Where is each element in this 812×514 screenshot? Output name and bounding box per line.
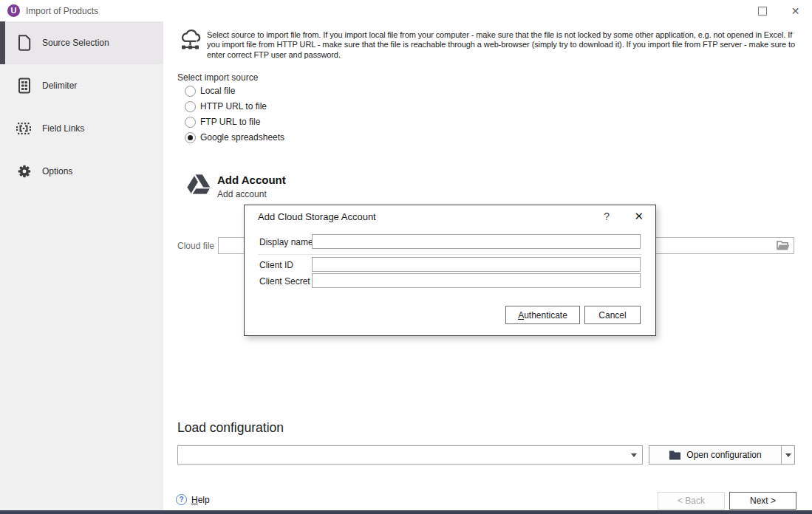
sidebar-item-label: Field Links <box>42 123 84 134</box>
client-id-row: Client ID <box>258 257 642 272</box>
open-configuration-label: Open configuration <box>686 450 761 460</box>
help-label: Help <box>191 495 210 505</box>
radio-icon <box>185 86 196 97</box>
radio-google-spreadsheets[interactable]: Google spreadsheets <box>185 131 284 143</box>
chevron-down-icon <box>785 453 791 457</box>
select-import-source-label: Select import source <box>177 72 258 83</box>
radio-icon <box>185 117 196 128</box>
cloud-network-icon <box>178 30 202 53</box>
source-info-text: Select source to import file from. If yo… <box>207 30 807 60</box>
field-links-icon <box>16 120 33 137</box>
client-secret-row: Client Secret <box>258 273 642 288</box>
radio-local-file[interactable]: Local file <box>185 85 235 97</box>
radio-label: Google spreadsheets <box>200 132 284 143</box>
add-cloud-storage-account-dialog: Add Cloud Storage Account ? ✕ Display na… <box>244 205 656 336</box>
sidebar-item-label: Options <box>42 166 72 177</box>
maximize-button[interactable] <box>746 0 779 21</box>
sidebar-item-delimiter[interactable]: Delimiter <box>0 64 163 107</box>
client-secret-label: Client Secret <box>259 276 310 287</box>
title-bar: U Import of Products ✕ <box>0 0 812 22</box>
grid-document-icon <box>16 77 33 95</box>
dialog-title: Add Cloud Storage Account <box>258 211 376 222</box>
dialog-help-button[interactable]: ? <box>604 210 610 222</box>
display-name-label: Display name <box>259 237 313 247</box>
cancel-button[interactable]: Cancel <box>584 306 641 324</box>
client-id-input[interactable] <box>312 257 641 272</box>
cloud-file-label: Cloud file <box>177 241 214 251</box>
add-account-button[interactable]: Add Account Add account <box>186 173 286 199</box>
open-configuration-main[interactable]: Open configuration <box>649 446 781 464</box>
client-secret-input[interactable] <box>312 273 641 288</box>
window-title: Import of Products <box>26 6 98 16</box>
display-name-input[interactable] <box>312 234 641 249</box>
close-icon: ✕ <box>791 6 800 16</box>
open-configuration-button[interactable]: Open configuration <box>649 445 795 465</box>
folder-icon <box>669 450 681 460</box>
app-logo-icon: U <box>7 4 20 17</box>
sidebar-item-source-selection[interactable]: Source Selection <box>0 21 163 64</box>
sidebar-item-options[interactable]: Options <box>0 150 163 193</box>
window-controls: ✕ <box>746 0 812 21</box>
sidebar-item-label: Source Selection <box>42 38 109 48</box>
sidebar-nav: Source Selection Delimiter <box>0 21 163 510</box>
dialog-separator <box>258 254 642 255</box>
window-bottom-edge <box>0 510 812 514</box>
gear-icon <box>16 162 33 180</box>
sidebar-item-field-links[interactable]: Field Links <box>0 107 163 150</box>
google-drive-icon <box>186 173 211 199</box>
add-account-subtitle: Add account <box>217 189 286 199</box>
help-button[interactable]: ? Help <box>176 494 210 505</box>
cancel-label: Cancel <box>598 310 626 321</box>
open-configuration-dropdown[interactable] <box>781 446 794 464</box>
configuration-combobox <box>177 445 643 465</box>
radio-icon <box>185 132 196 143</box>
display-name-row: Display name <box>258 234 642 249</box>
radio-label: Local file <box>200 86 235 96</box>
next-button[interactable]: Next > <box>729 492 796 510</box>
client-id-label: Client ID <box>259 260 293 270</box>
back-button[interactable]: < Back <box>658 492 725 510</box>
document-icon <box>16 34 33 52</box>
close-button[interactable]: ✕ <box>779 0 812 21</box>
help-icon: ? <box>176 494 187 505</box>
browse-folder-button[interactable] <box>776 239 791 252</box>
radio-http-url[interactable]: HTTP URL to file <box>185 100 267 112</box>
authenticate-button[interactable]: Authenticate <box>505 306 580 324</box>
radio-label: HTTP URL to file <box>200 101 267 112</box>
dialog-close-button[interactable]: ✕ <box>634 210 644 223</box>
chevron-down-icon[interactable] <box>631 453 637 457</box>
load-configuration-heading: Load configuration <box>177 420 284 436</box>
radio-ftp-url[interactable]: FTP URL to file <box>185 116 260 128</box>
configuration-combo-input[interactable] <box>178 446 642 464</box>
radio-label: FTP URL to file <box>200 117 260 127</box>
import-of-products-window: { "window": { "title": "Import of Produc… <box>0 0 812 514</box>
maximize-icon <box>758 7 767 16</box>
add-account-text: Add Account Add account <box>217 173 286 199</box>
add-account-title: Add Account <box>217 174 286 186</box>
sidebar-item-label: Delimiter <box>42 80 77 91</box>
authenticate-label: Authenticate <box>518 310 567 321</box>
radio-icon <box>185 101 196 112</box>
open-folder-icon <box>777 240 790 251</box>
